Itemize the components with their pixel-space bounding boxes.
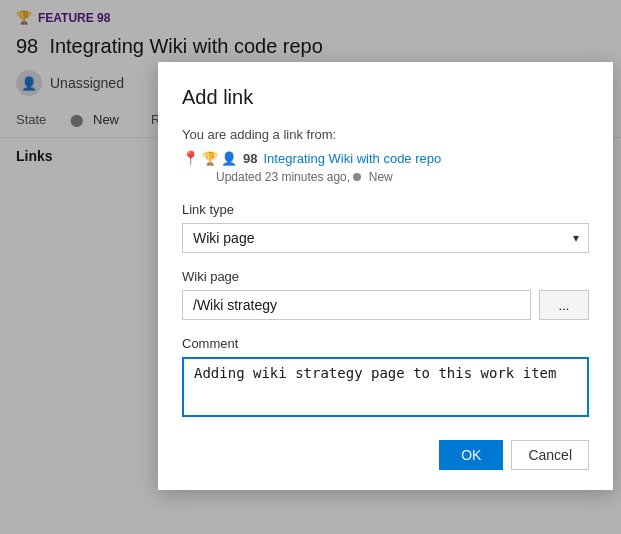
link-type-select[interactable]: Wiki page bbox=[182, 223, 589, 253]
status-dot bbox=[353, 173, 361, 181]
browse-button[interactable]: ... bbox=[539, 290, 589, 320]
modal-title: Add link bbox=[182, 86, 589, 109]
ok-button[interactable]: OK bbox=[439, 440, 503, 470]
link-source-icons: 📍 🏆 👤 bbox=[182, 150, 237, 166]
wiki-page-label: Wiki page bbox=[182, 269, 589, 284]
add-link-modal: Add link You are adding a link from: 📍 🏆… bbox=[158, 62, 613, 490]
comment-group: Comment Adding wiki strategy page to thi… bbox=[182, 336, 589, 420]
wiki-page-input[interactable] bbox=[182, 290, 531, 320]
link-type-select-wrapper: Wiki page ▾ bbox=[182, 223, 589, 253]
wiki-page-group: Wiki page ... bbox=[182, 269, 589, 320]
modal-footer: OK Cancel bbox=[182, 440, 589, 470]
pin-icon: 📍 bbox=[182, 150, 199, 166]
link-type-group: Link type Wiki page ▾ bbox=[182, 202, 589, 253]
source-id: 98 bbox=[243, 151, 257, 166]
wiki-page-row: ... bbox=[182, 290, 589, 320]
comment-input[interactable]: Adding wiki strategy page to this work i… bbox=[182, 357, 589, 417]
adding-from-label: You are adding a link from: bbox=[182, 127, 589, 142]
cancel-button[interactable]: Cancel bbox=[511, 440, 589, 470]
trophy-icon-sm: 🏆 bbox=[202, 151, 218, 166]
person-icon-sm: 👤 bbox=[221, 151, 237, 166]
source-name-link[interactable]: Integrating Wiki with code repo bbox=[263, 151, 441, 166]
link-source-row: 📍 🏆 👤 98 Integrating Wiki with code repo bbox=[182, 150, 589, 166]
comment-label: Comment bbox=[182, 336, 589, 351]
link-type-label: Link type bbox=[182, 202, 589, 217]
link-source-sub: Updated 23 minutes ago, New bbox=[216, 170, 589, 184]
